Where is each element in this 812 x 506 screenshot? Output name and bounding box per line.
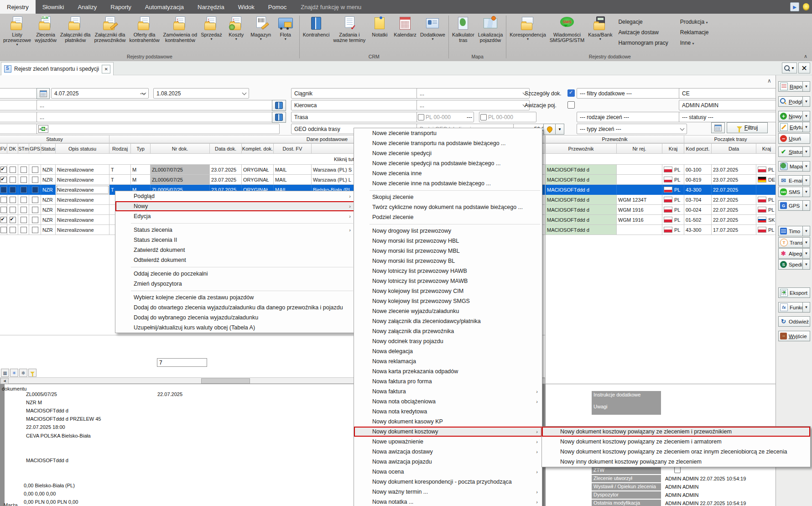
cell-przewoznik-row1[interactable]: MACIOSOFTddd d [546,165,617,175]
awizacje-checkbox[interactable] [567,101,575,109]
fv-checkbox[interactable] [0,207,7,213]
cell-nrrej-row6[interactable]: WGM 1916 [617,215,662,225]
cell-kraj2-row5[interactable]: PL [756,205,777,215]
stm-checkbox[interactable] [21,207,27,213]
cell-stm-row6[interactable] [18,215,29,225]
submenu-item-nowa-nota-obciążeniowa[interactable]: Nowa nota obciążeniowa› [354,396,542,407]
submenu-item-nowy-lotniczy-list-przewozowy-hawb[interactable]: Nowy lotniczy list przewozowy HAWB [354,266,542,276]
ribbon-button-oferty-dla-kontrahentów[interactable]: Oferty dlakontrahentów [128,15,161,44]
cell-nrrej-row1[interactable] [617,165,662,175]
menu-item-zatwierdź-dokument[interactable]: Zatwierdź dokument [115,245,355,255]
submenu-item-nowy-dokument-kasowy-kp[interactable]: Nowy dokument kasowy KP [354,417,542,427]
submenu-item-nowa-ocena[interactable]: Nowa ocena› [354,467,542,477]
dropdown-arrow-icon[interactable]: ▼ [803,175,810,186]
cell-data-row5[interactable]: 22.07.2025 [712,205,756,215]
ribbon-button-kalkulator-tras[interactable]: Kalkulatortras [451,15,476,44]
submenu-item-nowy-drogowy-list-przewozowy[interactable]: Nowy drogowy list przewozowy [354,226,542,236]
new-filter-button[interactable] [711,122,725,133]
sidebar-button-timo[interactable]: Timo▼ [778,226,810,236]
gps-checkbox[interactable] [32,167,38,173]
cell-typ-row1[interactable]: M [131,165,151,175]
cell-nrdok-row2[interactable]: ZL0006/07/25 [151,175,210,185]
cell-przewoznik-row6[interactable]: MACIOSOFTddd d [546,215,617,225]
cell-kod-row4[interactable]: 03-704 [684,195,712,205]
ribbon-button-kalendarz[interactable]: Kalendarz [392,15,418,38]
submenu-item-nowe-zlecenie-inne-na-podstawie-bieżącego-[interactable]: Nowe zlecenie inne na podstawie bieżąceg… [354,178,542,188]
fv-checkbox[interactable] [0,227,7,233]
cell-opis-row3[interactable]: Niezrealizowane [56,185,109,195]
cell-kraj2-row7[interactable]: PL [756,225,777,235]
dropdown-arrow-icon[interactable]: ▼ [803,187,810,197]
tab-close-icon[interactable]: ✕ [102,65,110,73]
cell-kraj1-row5[interactable]: PL [662,205,684,215]
cell-fv-row7[interactable] [0,225,7,235]
tab-search-button[interactable]: ▼ [782,63,797,73]
scroll-left-icon[interactable]: ◀ [0,378,9,384]
cell-nrdok-row1[interactable]: ZL0007/07/25 [151,165,210,175]
cell-rodzaj-row1[interactable]: T [109,165,131,175]
cell-data-row3[interactable]: 22.07.2025 [712,185,756,195]
cell-nrrej-row2[interactable] [617,175,662,185]
sidebar-button-mapa[interactable]: Mapa▼ [778,161,810,172]
submenu-item-skopiuj-zlecenie[interactable]: Skopiuj zlecenie [354,192,542,202]
submenu-item-nowa-karta-przekazania-odpadów[interactable]: Nowa karta przekazania odpadów [354,366,542,376]
cell-kod-row7[interactable]: 43-300 [684,225,712,235]
cell-opis-row6[interactable]: Niezrealizowane [56,215,109,225]
cell-data-row7[interactable]: 17.07.2025 [712,225,756,235]
menu-item-nowy[interactable]: Nowy› [115,201,355,211]
menu-item-status-zlecenia[interactable]: Status zlecenia› [115,225,355,235]
value-combo-kierowca[interactable]: ... [416,100,530,110]
menu-search-input[interactable]: Znajdź funkcję w menu [293,0,369,14]
cell-kraj1-row4[interactable]: PL [662,195,684,205]
dk-checkbox[interactable] [10,217,16,223]
cell-stm-row7[interactable] [18,225,29,235]
menu-item-wybierz-kolejne-zlecenie-dla-zestawu-pojazdów[interactable]: Wybierz kolejne zlecenie dla zestawu poj… [115,292,355,303]
sidebar-button-edytuj[interactable]: Edytuj▼ [778,122,810,132]
cell-nrrej-row4[interactable]: WGM 1234T [617,195,662,205]
postal-to-checkbox[interactable] [480,114,487,120]
cell-kraj1-row3[interactable]: PL [662,185,684,195]
dk-checkbox[interactable] [10,207,16,213]
cell-dostfv-row2[interactable]: MAIL [274,175,312,185]
menubar-item-automatyzacja[interactable]: Automatyzacja [138,0,191,14]
submenu-item-twórz-cykliczne-nowy-dokument-na-podstawie-bieżące[interactable]: Twórz cykliczne nowy dokument na podstaw… [354,202,542,212]
cell-kod-row1[interactable]: 00-100 [684,165,712,175]
ribbon-button-notatki[interactable]: Notatki [368,15,391,38]
dk-checkbox[interactable] [10,177,16,183]
cell-fv-row5[interactable] [0,205,7,215]
statuses-combo[interactable]: --- statusy --- [679,112,785,122]
date-to-input[interactable]: 1.08.2025 [153,88,249,99]
submenu-item-nowe-zlecenie-transportu-na-podstawie-bieżącego-[interactable]: Nowe zlecenie transportu na podstawie bi… [354,138,542,148]
cell-gps-row1[interactable] [29,165,41,175]
cell-status-row7[interactable]: NZR [41,225,56,235]
submenu-item-nowy-dokument-korespondencji-poczta-przychodząca[interactable]: Nowy dokument korespondencji - poczta pr… [354,477,542,487]
sidebar-button-podgląd[interactable]: Podgląd▼ [778,96,810,107]
ribbon-button-zadania-i-ważne-terminy[interactable]: ✓Zadania iważne terminy [332,15,367,44]
menubar-item-raporty[interactable]: Raporty [104,0,138,14]
cell-przewoznik-row2[interactable]: MACIOSOFTddd d [546,175,617,185]
menubar-item-analizy[interactable]: Analizy [71,0,104,14]
text-search-input[interactable]: aBc [36,124,280,134]
gps-checkbox[interactable] [32,197,38,203]
geo-pin-button[interactable] [543,124,556,135]
ribbon-button-dodatkowe[interactable]: Dodatkowe▾ [419,15,447,42]
stm-checkbox[interactable] [21,187,27,193]
fv-checkbox[interactable] [0,177,7,183]
submenu-item-nowy-załącznik-dla-przewoźnika[interactable]: Nowy załącznik dla przewoźnika [354,326,542,336]
sidebar-button-usuń[interactable]: −Usuń [778,133,810,144]
cell-rodzaj-row2[interactable]: T [109,175,131,185]
cell-przewoznik-row5[interactable]: MACIOSOFTddd d [546,205,617,215]
stm-checkbox[interactable] [21,177,27,183]
cell-status-row1[interactable]: NZR [41,165,56,175]
cell-opis-row5[interactable]: Niezrealizowane [56,205,109,215]
cell-stm-row4[interactable] [18,195,29,205]
tab-list-close-button[interactable]: ✕ [798,63,810,73]
sidebar-button-sms[interactable]: SMSSMS▼ [778,187,810,197]
filter-funnel-icon[interactable] [28,369,36,377]
dropdown-arrow-icon[interactable]: ▼ [803,200,810,211]
postal-from-checkbox[interactable] [418,114,424,120]
filter-button[interactable]: Filtruj [727,122,768,133]
cell-komplet-row1[interactable]: ORYGINAŁ [242,165,274,175]
sidebar-button-funkcje[interactable]: fxFunkcje▼ [778,302,810,313]
gps-checkbox[interactable] [32,227,38,233]
